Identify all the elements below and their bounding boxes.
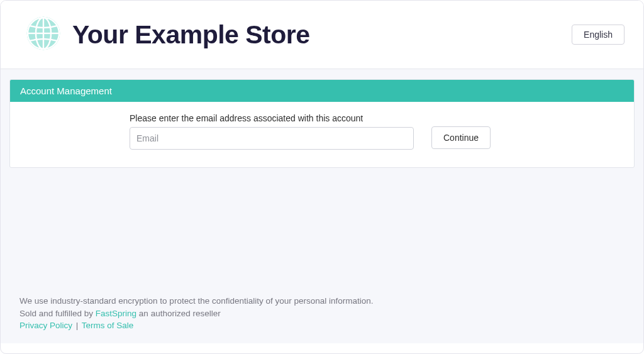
footer: We use industry-standard encryption to p… <box>19 295 374 332</box>
panel-title: Account Management <box>10 80 634 102</box>
brand: Your Example Store <box>26 16 310 53</box>
footer-encryption-note: We use industry-standard encryption to p… <box>19 295 374 307</box>
footer-reseller-prefix: Sold and fulfilled by <box>19 309 96 318</box>
account-management-panel: Account Management Please enter the emai… <box>9 79 635 168</box>
globe-icon <box>26 16 61 53</box>
footer-divider: | <box>75 321 80 330</box>
footer-reseller-suffix: an authorized reseller <box>136 309 221 318</box>
email-form-row: Please enter the email address associate… <box>23 113 621 150</box>
email-prompt: Please enter the email address associate… <box>130 113 414 123</box>
store-title: Your Example Store <box>72 20 310 50</box>
fastspring-link[interactable]: FastSpring <box>96 309 136 318</box>
terms-of-sale-link[interactable]: Terms of Sale <box>82 321 134 330</box>
footer-reseller-note: Sold and fulfilled by FastSpring an auth… <box>19 307 374 320</box>
header: Your Example Store English <box>1 1 643 69</box>
email-field[interactable] <box>130 127 414 150</box>
page-container: Your Example Store English Account Manag… <box>0 0 644 354</box>
privacy-policy-link[interactable]: Privacy Policy <box>19 321 72 330</box>
continue-button[interactable]: Continue <box>431 126 491 149</box>
email-form-left: Please enter the email address associate… <box>130 113 414 150</box>
body-area: Account Management Please enter the emai… <box>1 69 643 343</box>
language-selector[interactable]: English <box>572 25 625 45</box>
panel-body: Please enter the email address associate… <box>10 102 634 167</box>
footer-links: Privacy Policy | Terms of Sale <box>19 319 374 332</box>
